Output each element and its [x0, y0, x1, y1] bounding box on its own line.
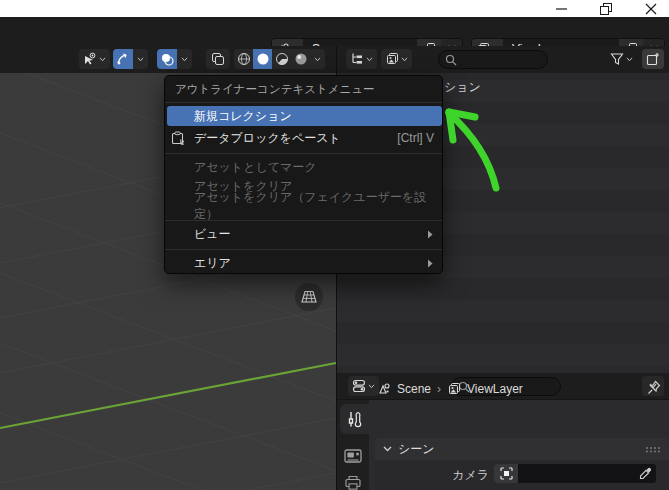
shortcut-label: [Ctrl] V [397, 131, 442, 145]
minimize-button[interactable] [545, 0, 577, 17]
close-button[interactable] [635, 0, 667, 17]
pin-button[interactable] [647, 380, 661, 396]
chevron-down-icon [314, 57, 321, 62]
drag-handle-icon[interactable] [645, 446, 661, 453]
menu-item-new-collection[interactable]: 新規コレクション [167, 106, 442, 126]
gizmos-toggle[interactable] [113, 49, 148, 69]
minimize-icon [556, 3, 567, 14]
properties-editor-type-button[interactable] [348, 376, 379, 396]
os-titlebar [0, 0, 669, 17]
breadcrumb-viewlayer[interactable]: ViewLayer [467, 382, 523, 396]
menu-item-paste-data-blocks[interactable]: データブロックをペースト [Ctrl] V [167, 128, 442, 148]
properties-tab-strip [337, 400, 369, 490]
display-mode-icon [350, 52, 364, 66]
menu-item-view[interactable]: ビュー [167, 224, 442, 245]
shading-wireframe-button[interactable] [234, 49, 253, 69]
filter-icon [610, 52, 624, 66]
shading-mode-group [234, 49, 325, 69]
outliner-header [337, 46, 669, 73]
scene-panel: シーン カメラ [375, 438, 669, 490]
solid-sphere-icon [256, 52, 270, 66]
breadcrumb-scene[interactable]: Scene [397, 382, 431, 396]
chevron-down-icon [626, 57, 633, 62]
submenu-arrow-icon [427, 259, 442, 268]
new-collection-icon [646, 52, 660, 66]
render-icon [344, 448, 362, 464]
maximize-icon [600, 3, 612, 15]
maximize-button[interactable] [590, 0, 622, 17]
properties-editor: Scene › ViewLayer シーン [336, 373, 669, 490]
breadcrumb: Scene › ViewLayer [377, 382, 523, 396]
camera-object-field[interactable] [494, 464, 656, 483]
camera-icon [494, 464, 518, 483]
gizmo-icon [116, 52, 130, 66]
breadcrumb-separator: › [437, 382, 441, 396]
menu-item-mark-as-asset[interactable]: アセットとしてマーク [167, 158, 442, 177]
chevron-down-icon [181, 57, 188, 62]
chevron-down-icon [401, 57, 408, 62]
xray-icon [211, 52, 225, 66]
overlays-toggle[interactable] [157, 49, 192, 69]
overlays-icon [160, 52, 174, 66]
eyedropper-icon [639, 467, 652, 480]
blender-topbar: Scene ViewLayer [0, 17, 669, 47]
new-collection-button[interactable] [642, 49, 664, 69]
scene-panel-title: シーン [398, 441, 435, 458]
context-menu-title: アウトライナーコンテキストメニュー [175, 82, 375, 97]
tab-render[interactable] [344, 448, 362, 464]
tab-tool[interactable] [340, 404, 369, 434]
y-axis-line [0, 363, 336, 428]
viewlayer-icon [385, 52, 399, 66]
object-visibility-button[interactable] [79, 49, 110, 69]
rendered-sphere-icon [294, 52, 308, 66]
scene-icon [377, 382, 391, 396]
paste-icon [167, 131, 187, 145]
scene-panel-header[interactable]: シーン [375, 438, 669, 460]
outliner-context-menu: アウトライナーコンテキストメニュー 新規コレクション データブロックをペースト … [164, 75, 443, 274]
tool-icon [347, 411, 362, 428]
outliner-filter-button[interactable] [606, 49, 637, 69]
outliner-filter-viewlayer-button[interactable] [381, 49, 412, 69]
chevron-down-icon [366, 57, 373, 62]
outliner-search-input[interactable] [438, 50, 548, 69]
menu-separator [165, 153, 442, 154]
chevron-down-icon [368, 384, 375, 389]
blender-window: Scene ViewLayer [0, 0, 669, 490]
shading-rendered-button[interactable] [291, 49, 310, 69]
shading-material-button[interactable] [272, 49, 291, 69]
grid-drag-badge [295, 283, 323, 311]
menu-separator [165, 102, 442, 103]
xray-toggle[interactable] [206, 49, 230, 69]
viewport-header [0, 46, 336, 73]
outliner-row-scene-collection[interactable]: ション [444, 80, 481, 95]
properties-icon [352, 379, 366, 393]
panel-expand-icon [383, 446, 392, 452]
chevron-down-icon [137, 57, 144, 62]
shading-solid-button[interactable] [253, 49, 272, 69]
menu-separator [165, 249, 442, 250]
grid-icon [301, 290, 317, 304]
menu-item-clear-asset-fake-user[interactable]: アセットをクリア（フェイクユーザーを設定） [167, 196, 442, 215]
material-sphere-icon [275, 52, 289, 66]
viewlayer-icon [447, 382, 461, 396]
close-icon [645, 3, 657, 15]
menu-item-area[interactable]: エリア [167, 253, 442, 274]
eyedropper-button[interactable] [639, 467, 656, 480]
camera-field-label: カメラ [452, 467, 489, 484]
visibility-pointer-icon [83, 52, 97, 66]
submenu-arrow-icon [427, 230, 442, 239]
search-icon [445, 54, 457, 66]
chevron-down-icon [99, 57, 106, 62]
outliner-display-mode-button[interactable] [346, 49, 377, 69]
wireframe-sphere-icon [237, 52, 251, 66]
pin-icon [647, 380, 661, 396]
output-icon [344, 476, 362, 490]
menu-separator [165, 220, 442, 221]
scene-panel-body: カメラ [375, 460, 669, 490]
tab-output[interactable] [344, 476, 362, 490]
